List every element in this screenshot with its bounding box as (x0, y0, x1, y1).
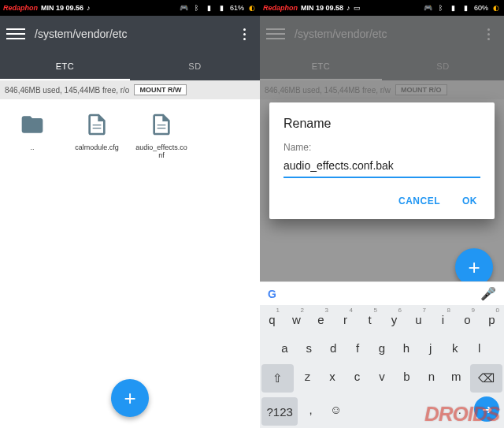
key-n[interactable]: n (419, 362, 443, 390)
keyboard-row-3: ⇧zxcvbnm⌫ (260, 362, 504, 395)
key-emoji[interactable]: ☺ (322, 395, 350, 423)
music-icon: ♪ (346, 4, 350, 12)
plus-icon: + (124, 386, 135, 411)
file-icon (147, 110, 176, 139)
fab-add[interactable]: + (111, 379, 149, 417)
item-label: audio_effects.conf (135, 143, 188, 159)
key-o[interactable]: o9 (455, 305, 480, 333)
list-item[interactable]: .. (5, 110, 60, 425)
key-k[interactable]: k (443, 333, 467, 362)
tab-etc[interactable]: ETC (0, 52, 130, 80)
controller-icon: 🎮 (180, 3, 189, 13)
status-bar: Redaphon MIN 19 09.56 ♪ 🎮 ᛒ ▮ ▮ 61% ◐ (0, 0, 260, 16)
key-comma[interactable]: , (299, 395, 322, 423)
profile-icon: ◐ (247, 3, 257, 13)
key-symbols[interactable]: ?123 (261, 397, 298, 426)
carrier-label: Redaphon (263, 4, 298, 12)
key-l[interactable]: l (467, 333, 491, 362)
file-icon (83, 110, 111, 139)
key-period[interactable]: . (448, 395, 471, 423)
plus-icon: + (468, 255, 480, 280)
key-shift[interactable]: ⇧ (261, 364, 294, 393)
mount-button[interactable]: MOUNT R/W (134, 84, 187, 95)
controller-icon: 🎮 (424, 3, 433, 13)
carrier-label: Redaphon (3, 4, 38, 12)
dialog-title: Rename (284, 117, 480, 131)
bluetooth-icon: ᛒ (192, 3, 202, 13)
battery-icon: ▮ (217, 3, 227, 13)
screen-left: Redaphon MIN 19 09.56 ♪ 🎮 ᛒ ▮ ▮ 61% ◐ /s… (0, 0, 260, 428)
key-j[interactable]: j (418, 333, 443, 362)
storage-info: 846,46MB used, 145,44MB free, r/o MOUNT … (0, 80, 260, 99)
item-label: .. (30, 143, 34, 151)
key-g[interactable]: g (370, 333, 395, 362)
google-logo-icon: G (268, 288, 276, 300)
key-w[interactable]: w2 (284, 305, 309, 333)
key-h[interactable]: h (394, 333, 418, 362)
battery-percent: 60% (474, 4, 488, 12)
key-z[interactable]: z (295, 362, 320, 390)
battery-percent: 61% (230, 4, 244, 12)
soft-keyboard: G 🎤 q1w2e3r4t5y6u7i8o9p0 asdfghjkl ⇧zxcv… (260, 281, 504, 428)
key-t[interactable]: t5 (358, 305, 382, 333)
key-space[interactable] (350, 395, 449, 423)
key-p[interactable]: p0 (480, 305, 504, 333)
key-x[interactable]: x (320, 362, 344, 390)
ok-button[interactable]: OK (459, 191, 480, 211)
file-grid: .. calmodule.cfg audio_effects.conf + (0, 99, 260, 428)
key-v[interactable]: v (369, 362, 394, 390)
key-b[interactable]: b (395, 362, 419, 390)
key-f[interactable]: f (346, 333, 370, 362)
mic-icon[interactable]: 🎤 (480, 286, 496, 301)
key-c[interactable]: c (345, 362, 369, 390)
key-e[interactable]: e3 (309, 305, 333, 333)
status-time: MIN 19 09.58 (301, 4, 343, 12)
tab-bar: ETC SD (0, 52, 260, 80)
signal-icon: ▮ (449, 3, 458, 13)
fab-add[interactable]: + (455, 248, 493, 286)
hamburger-icon[interactable] (6, 24, 25, 43)
keyboard-row-2: asdfghjkl (260, 333, 504, 362)
key-d[interactable]: d (321, 333, 346, 362)
keyboard-row-4: ?123 , ☺ . ➜ (260, 395, 504, 428)
key-r[interactable]: r4 (333, 305, 358, 333)
item-label: calmodule.cfg (75, 143, 119, 151)
key-enter[interactable]: ➜ (474, 396, 499, 422)
field-label: Name: (284, 142, 480, 153)
image-icon: ▭ (354, 4, 361, 12)
list-item[interactable]: calmodule.cfg (69, 110, 124, 425)
rename-input[interactable] (284, 156, 480, 178)
storage-text: 846,46MB used, 145,44MB free, r/o (5, 86, 129, 95)
key-u[interactable]: u7 (406, 305, 431, 333)
status-bar: Redaphon MIN 19 09.58 ♪ ▭ 🎮 ᛒ ▮ ▮ 60% ◐ (260, 0, 504, 16)
battery-icon: ▮ (461, 3, 471, 13)
cancel-button[interactable]: CANCEL (395, 191, 443, 211)
key-a[interactable]: a (272, 333, 297, 362)
key-s[interactable]: s (297, 333, 321, 362)
signal-icon: ▮ (205, 3, 214, 13)
profile-icon: ◐ (491, 3, 501, 13)
list-item[interactable]: audio_effects.conf (134, 110, 189, 425)
key-m[interactable]: m (444, 362, 469, 390)
screen-right: Redaphon MIN 19 09.58 ♪ ▭ 🎮 ᛒ ▮ ▮ 60% ◐ … (260, 0, 504, 428)
tab-sd[interactable]: SD (130, 52, 260, 80)
breadcrumb-path[interactable]: /system/vendor/etc (35, 28, 128, 40)
key-i[interactable]: i8 (431, 305, 455, 333)
status-time: MIN 19 09.56 (41, 4, 83, 12)
folder-icon (18, 110, 46, 139)
key-y[interactable]: y6 (382, 305, 406, 333)
google-suggestion-bar[interactable]: G 🎤 (260, 281, 504, 305)
bluetooth-icon: ᛒ (436, 3, 446, 13)
music-icon: ♪ (87, 4, 91, 12)
key-backspace[interactable]: ⌫ (470, 364, 502, 393)
overflow-icon[interactable] (235, 24, 254, 43)
app-bar: /system/vendor/etc (0, 16, 260, 52)
keyboard-row-1: q1w2e3r4t5y6u7i8o9p0 (260, 305, 504, 333)
rename-dialog: Rename Name: CANCEL OK (269, 102, 495, 219)
key-q[interactable]: q1 (260, 305, 284, 333)
